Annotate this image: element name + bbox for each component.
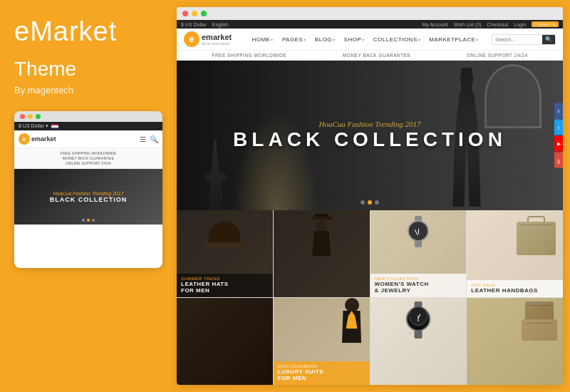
shipping-strip: FREE SHIPPING WORLDWIDE MONEY BACK GUARA… bbox=[177, 51, 563, 61]
win-dot-red bbox=[182, 11, 188, 16]
slider-dot-1[interactable] bbox=[361, 200, 365, 205]
mobile-hero-cursive: HoaCua Fashion Trending 2017 bbox=[50, 191, 128, 196]
nav-logo: e emarket all in one store bbox=[184, 31, 232, 47]
product-cell-watch2[interactable] bbox=[370, 298, 467, 385]
product-label-watches: New Collection WOMEN'S WATCH& JEWELRY bbox=[370, 274, 467, 297]
shipping-item-1: FREE SHIPPING WORLDWIDE bbox=[212, 53, 286, 58]
twitter-btn[interactable]: t bbox=[554, 120, 563, 135]
mobile-preview: $ US Dollar ▾ e emarket ☰ 🔍 FREE SHIPPIN… bbox=[14, 111, 162, 268]
shipping-item-3: ONLINE SUPPORT 24/24 bbox=[467, 53, 527, 58]
desktop-nav: e emarket all in one store HOME ▾ PAGES … bbox=[177, 29, 563, 51]
mobile-currency: $ US Dollar ▾ bbox=[19, 123, 48, 129]
nav-links: HOME ▾ PAGES ▾ BLOG ▾ SHOP ▾ COLLECTIONS… bbox=[239, 36, 492, 43]
hero-cursive-text: HoaCua Fashion Trending 2017 bbox=[233, 120, 507, 128]
nav-search[interactable]: 🔍 bbox=[492, 34, 556, 45]
nav-home[interactable]: HOME ▾ bbox=[247, 36, 278, 43]
mobile-logo: e emarket bbox=[19, 133, 56, 145]
by-label: By magentech bbox=[14, 85, 162, 96]
mobile-shipping-3: ONLINE SUPPORT 24/24 bbox=[19, 161, 158, 165]
topbar-account[interactable]: My Account bbox=[423, 22, 448, 27]
mobile-hero-main: BLACK COLLECTION bbox=[50, 196, 128, 203]
desktop-hero: HoaCua Fashion Trending 2017 BLACK COLLE… bbox=[177, 61, 563, 210]
product-title-watches: WOMEN'S WATCH& JEWELRY bbox=[375, 281, 462, 294]
topbar-login[interactable]: Login bbox=[514, 22, 526, 27]
youtube-btn[interactable]: ▶ bbox=[554, 136, 563, 152]
topbar-checkout[interactable]: Checkout bbox=[487, 22, 509, 27]
product-cell-suit-bg[interactable] bbox=[177, 298, 273, 385]
hero-dot-3 bbox=[92, 219, 95, 222]
nav-logo-sub: all in one store bbox=[202, 41, 232, 46]
mobile-nav: e emarket ☰ 🔍 bbox=[14, 130, 162, 148]
slider-dot-3[interactable] bbox=[375, 200, 379, 205]
product-cell-suits[interactable]: 2017 Lookbook LUXURY SUITSFOR MEN bbox=[274, 298, 370, 385]
topbar-wishlist[interactable]: Wish List (0) bbox=[454, 22, 482, 27]
nav-shop[interactable]: SHOP ▾ bbox=[340, 36, 369, 43]
mobile-hero-dots bbox=[82, 219, 95, 222]
product-cell-hats[interactable]: Summer Trend LEATHER HATSFOR MEN bbox=[177, 210, 273, 297]
google-btn[interactable]: g bbox=[554, 153, 563, 168]
mobile-nav-icons: ☰ 🔍 bbox=[140, 135, 158, 143]
win-dot-yellow bbox=[192, 11, 197, 16]
search-input[interactable] bbox=[492, 36, 542, 43]
facebook-btn[interactable]: f bbox=[554, 103, 563, 119]
mobile-logo-icon: e bbox=[19, 133, 30, 145]
mobile-topbar: $ US Dollar ▾ bbox=[14, 122, 162, 130]
topbar-badge[interactable]: Contact Us bbox=[532, 21, 559, 27]
mobile-logo-name: emarket bbox=[31, 135, 56, 143]
shipping-item-2: MONEY BACK GUARANTEE bbox=[343, 53, 410, 58]
flag-icon bbox=[51, 124, 58, 129]
mobile-hero: HoaCua Fashion Trending 2017 BLACK COLLE… bbox=[14, 169, 162, 225]
desktop-topbar: $ US Dollar English My Account Wish List… bbox=[177, 20, 563, 29]
nav-logo-icon: e bbox=[184, 31, 200, 47]
nav-logo-text-block: emarket all in one store bbox=[202, 33, 232, 46]
hero-dot-2-active bbox=[87, 219, 90, 222]
search-button[interactable]: 🔍 bbox=[542, 35, 555, 44]
topbar-right: My Account Wish List (0) Checkout Login … bbox=[423, 21, 559, 27]
product-title-bags: LEATHER HANDBAGS bbox=[471, 287, 559, 294]
nav-marketplace[interactable]: MARKETPLACE ▾ bbox=[425, 36, 483, 43]
left-panel: eMarket Theme By magentech $ US Dollar ▾… bbox=[0, 0, 177, 392]
slider-dot-2-active[interactable] bbox=[368, 200, 372, 205]
mobile-shipping-bar: FREE SHIPPING WORLDWIDE MONEY BACK GUARA… bbox=[14, 148, 162, 169]
window-dots bbox=[14, 111, 162, 122]
nav-collections[interactable]: COLLECTIONS ▾ bbox=[369, 36, 425, 43]
product-cell-bags[interactable]: Hot Sale LEATHER HANDBAGS bbox=[467, 210, 563, 297]
mobile-menu-icon[interactable]: ☰ bbox=[140, 135, 146, 143]
window-chrome bbox=[177, 7, 563, 20]
mobile-shipping-2: MONEY BACK GUARANTEE bbox=[19, 156, 158, 160]
product-cell-2[interactable] bbox=[274, 210, 370, 297]
hero-content: HoaCua Fashion Trending 2017 BLACK COLLE… bbox=[233, 120, 507, 151]
topbar-left: $ US Dollar English bbox=[181, 22, 229, 27]
mobile-hero-text: HoaCua Fashion Trending 2017 BLACK COLLE… bbox=[50, 191, 128, 203]
product-label-suits: 2017 Lookbook LUXURY SUITSFOR MEN bbox=[274, 361, 370, 385]
product-cell-bags2[interactable] bbox=[467, 298, 563, 385]
nav-pages[interactable]: PAGES ▾ bbox=[278, 36, 311, 43]
hero-main-text: BLACK COLLECTION bbox=[233, 128, 507, 151]
topbar-currency[interactable]: $ US Dollar bbox=[181, 22, 207, 27]
dot-red bbox=[20, 114, 25, 119]
brand-name: eMarket bbox=[14, 17, 162, 47]
right-panel: $ US Dollar English My Account Wish List… bbox=[177, 7, 563, 385]
product-label-hats: Summer Trend LEATHER HATSFOR MEN bbox=[177, 274, 273, 297]
product-title-hats: LEATHER HATSFOR MEN bbox=[181, 281, 269, 294]
nav-blog[interactable]: BLOG ▾ bbox=[311, 36, 340, 43]
mobile-topbar-left: $ US Dollar ▾ bbox=[19, 123, 58, 129]
product-cell-watches[interactable]: New Collection WOMEN'S WATCH& JEWELRY bbox=[370, 210, 467, 297]
hero-slider-dots bbox=[361, 200, 379, 205]
win-dot-green bbox=[201, 11, 207, 16]
dot-green bbox=[36, 114, 41, 119]
theme-label: Theme bbox=[14, 57, 162, 81]
mobile-search-icon[interactable]: 🔍 bbox=[150, 135, 158, 143]
dot-yellow bbox=[28, 114, 33, 119]
product-label-bags: Hot Sale LEATHER HANDBAGS bbox=[467, 280, 563, 297]
nav-logo-name: emarket bbox=[202, 33, 232, 41]
mobile-logo-e: e bbox=[22, 135, 26, 143]
hero-side-buttons: f t ▶ g bbox=[554, 103, 563, 168]
topbar-language[interactable]: English bbox=[212, 22, 229, 27]
product-title-suits: LUXURY SUITSFOR MEN bbox=[278, 368, 366, 382]
hero-dot-1 bbox=[82, 219, 85, 222]
nav-logo-e: e bbox=[190, 34, 195, 44]
mobile-shipping-1: FREE SHIPPING WORLDWIDE bbox=[19, 151, 158, 155]
product-grid: Summer Trend LEATHER HATSFOR MEN bbox=[177, 210, 563, 385]
